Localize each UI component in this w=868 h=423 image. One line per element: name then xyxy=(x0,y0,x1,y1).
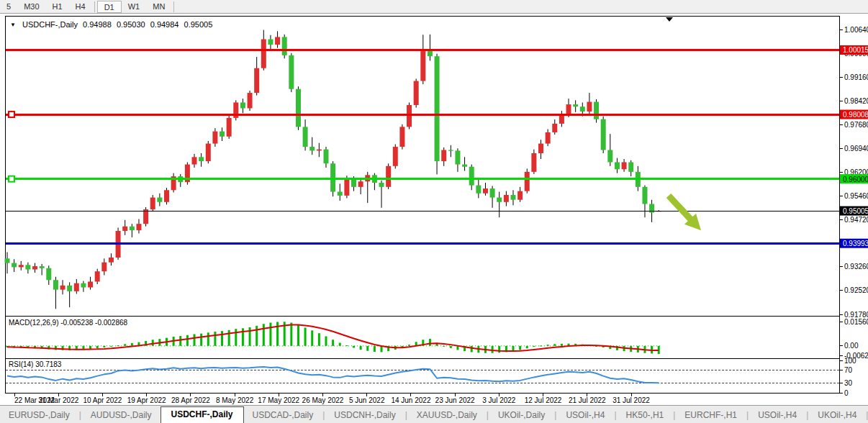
tab-ukoil-h4[interactable]: UKOil-,H4 xyxy=(809,408,865,423)
candle-body xyxy=(199,157,204,161)
rsi-scale-label: 0 xyxy=(844,389,849,397)
candle-body xyxy=(386,166,391,187)
candle-body xyxy=(282,37,287,55)
macd-histogram-bar xyxy=(304,327,307,345)
price-chart-canvas[interactable]: 1.006400.999000.991600.984200.976800.969… xyxy=(0,14,868,404)
candle-body xyxy=(455,150,460,164)
rsi-value: 30.7183 xyxy=(35,360,61,368)
price-line-label: 0.95005 xyxy=(843,207,868,215)
tab-usoil-h4[interactable]: USOil-,H4 xyxy=(749,408,805,423)
date-label[interactable]: 19 Apr 2022 xyxy=(127,396,166,404)
candle-body xyxy=(490,188,495,197)
candle-body xyxy=(275,37,280,45)
date-label[interactable]: 10 Apr 2022 xyxy=(83,396,122,404)
macd-histogram-bar xyxy=(131,343,133,346)
candle-body xyxy=(240,102,245,108)
tab-usdcad-daily[interactable]: USDCAD-,Daily xyxy=(244,408,322,423)
date-label[interactable]: 12 Jul 2022 xyxy=(525,396,562,404)
price-tick-label: 0.96940 xyxy=(844,145,868,153)
period-button-h1[interactable]: H1 xyxy=(46,1,69,13)
candle-body xyxy=(379,183,384,187)
date-label[interactable]: 8 May 2022 xyxy=(216,396,254,404)
period-button-h4[interactable]: H4 xyxy=(69,1,92,13)
hline-handle[interactable] xyxy=(9,112,14,117)
date-label[interactable]: 5 Jun 2022 xyxy=(349,396,385,404)
candle-body xyxy=(67,286,72,291)
candle-body xyxy=(122,227,127,231)
macd-histogram-bar xyxy=(124,344,126,346)
tab-usoil-h4[interactable]: USOil-,H4 xyxy=(557,408,613,423)
macd-histogram-bar xyxy=(561,344,563,346)
candle-body xyxy=(5,258,10,263)
macd-histogram-bar xyxy=(276,322,279,345)
tab-eurchf-h1[interactable]: EURCHF-,H1 xyxy=(676,408,746,423)
price-tick-label: 0.94720 xyxy=(844,216,868,224)
candle-body xyxy=(393,147,398,166)
candle-body xyxy=(206,144,211,162)
candle-body xyxy=(414,81,419,105)
candle-body xyxy=(441,150,446,162)
period-button-m30[interactable]: M30 xyxy=(17,1,45,13)
tab-usdcnh-daily[interactable]: USDCNH-,Daily xyxy=(325,408,404,423)
tab-hk50-h1[interactable]: HK50-,H1 xyxy=(618,408,673,423)
candle-body xyxy=(46,268,51,281)
hline-handle[interactable] xyxy=(9,176,14,182)
candle-body xyxy=(448,150,453,151)
date-label[interactable]: 31 Jul 2022 xyxy=(612,396,650,404)
candle-body xyxy=(628,162,633,171)
price-line-label: 1.00015 xyxy=(843,46,868,54)
date-label[interactable]: 14 Jun 2022 xyxy=(391,396,430,404)
period-button-d1[interactable]: D1 xyxy=(97,1,122,13)
macd-histogram-bar xyxy=(269,323,271,346)
tab-xauusd-daily[interactable]: XAUUSD-,Daily xyxy=(408,408,486,423)
candle-body xyxy=(192,157,197,164)
candle-body xyxy=(358,181,363,187)
date-label[interactable]: 28 Apr 2022 xyxy=(171,396,210,404)
candle-body xyxy=(525,172,530,191)
date-label[interactable]: 21 Jul 2022 xyxy=(569,396,606,404)
candle-body xyxy=(559,114,564,123)
macd-histogram-bar xyxy=(429,339,431,346)
candle-body xyxy=(19,265,24,267)
period-button-mn[interactable]: MN xyxy=(146,1,171,13)
tab-ukoil-daily[interactable]: UKOil-,Daily xyxy=(489,408,553,423)
price-line-label: 0.98008 xyxy=(843,111,868,119)
candle-body xyxy=(143,209,148,224)
macd-histogram-bar xyxy=(200,334,202,346)
period-button-w1[interactable]: W1 xyxy=(122,1,147,13)
date-label[interactable]: 26 May 2022 xyxy=(302,396,344,404)
candle-body xyxy=(330,163,335,191)
macd-histogram-bar xyxy=(526,346,528,348)
date-label[interactable]: 3 Jul 2022 xyxy=(482,396,516,404)
candle-body xyxy=(220,132,225,137)
macd-histogram-bar xyxy=(547,345,549,346)
symbol-dropdown-icon[interactable]: ▼ xyxy=(10,22,16,28)
period-button-5[interactable]: 5 xyxy=(0,1,17,13)
candle-body xyxy=(32,266,37,269)
candle-body xyxy=(594,102,599,119)
tab-eurusd-daily[interactable]: EURUSD-,Daily xyxy=(0,408,78,423)
macd-histogram-bar xyxy=(186,335,189,346)
chart-window[interactable]: 1.006400.999000.991600.984200.976800.969… xyxy=(0,14,868,404)
candle-body xyxy=(476,186,481,194)
candle-body xyxy=(510,195,515,200)
date-label[interactable]: 31 Mar 2022 xyxy=(38,396,79,404)
quote-close: 0.95005 xyxy=(184,20,213,29)
quote-open: 0.94988 xyxy=(83,20,112,29)
date-label[interactable]: 23 Jun 2022 xyxy=(435,396,475,404)
price-line-label: 0.93993 xyxy=(843,240,868,247)
macd-histogram-bar xyxy=(318,333,320,346)
candle-body xyxy=(601,119,606,150)
tab-usdchf-daily[interactable]: USDCHF-,Daily xyxy=(161,406,244,423)
macd-value-signal: -0.002868 xyxy=(95,319,127,327)
macd-histogram-bar xyxy=(332,340,334,346)
macd-histogram-bar xyxy=(235,329,237,346)
macd-histogram-bar xyxy=(117,345,119,346)
candle-body xyxy=(552,124,557,132)
macd-histogram-bar xyxy=(353,346,355,348)
date-label[interactable]: 17 May 2022 xyxy=(258,396,299,404)
tab-audusd-daily[interactable]: AUDUSD-,Daily xyxy=(82,408,161,423)
macd-value-main: -0.005238 xyxy=(60,319,93,327)
candle-body xyxy=(95,271,100,281)
candle-body xyxy=(101,263,107,271)
